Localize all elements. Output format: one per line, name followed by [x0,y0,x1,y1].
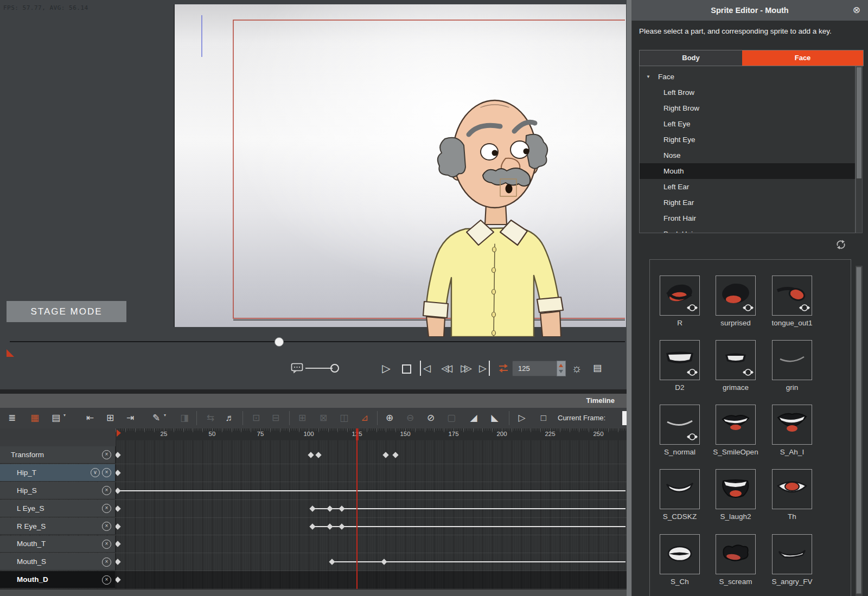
track-remove-icon[interactable]: × [102,504,111,513]
part-item-back-hair[interactable]: Back Hair [640,226,855,233]
panel-header[interactable]: Sprite Editor - Mouth ⊗ [631,0,868,21]
keyframe-diamond[interactable] [381,559,387,565]
play-button[interactable]: ▷ [380,361,393,376]
track-expand-icon[interactable]: ∨ [91,468,100,477]
playback-range-marker[interactable] [7,349,14,357]
parts-scrollbar[interactable] [856,66,863,233]
zoom-out-icon[interactable]: ⊖ [404,408,417,428]
sprite-th[interactable] [772,469,812,509]
part-item-nose[interactable]: Nose [640,148,855,163]
part-item-front-hair[interactable]: Front Hair [640,210,855,226]
edit-keys-dropdown-caret[interactable]: ▾ [164,413,166,418]
track-remove-icon[interactable]: × [102,557,111,567]
add-frames-icon[interactable]: ⊞ [104,408,117,428]
playhead-handle[interactable] [356,428,359,440]
sprite-grin[interactable] [772,340,812,380]
keyframe-diamond[interactable] [309,523,315,529]
keyframe-diamond[interactable] [329,559,335,565]
stage-timeline-scrub-track[interactable] [10,341,625,342]
track-name-cell[interactable]: L Eye_S× [0,500,116,517]
part-item-face[interactable]: ▼Face [640,69,855,85]
sprite-s-ah-i[interactable] [772,405,812,445]
sprite-s-normal[interactable] [660,405,700,445]
track-remove-icon[interactable]: × [102,522,111,531]
timeline-dock-title[interactable]: Timeline [0,394,627,408]
track-list-icon[interactable]: ≣ [5,408,18,428]
zoom-fit-icon[interactable]: ▢ [445,408,458,428]
sprite-grimace[interactable] [716,340,756,380]
playbar-menu-icon[interactable]: ▤ [590,361,604,376]
stop-button[interactable] [402,364,411,374]
track-remove-icon[interactable]: × [102,486,111,495]
track-layer-menu-icon[interactable]: ▤ [49,408,62,428]
keyframe-diamond[interactable] [393,452,399,458]
part-item-right-eye[interactable]: Right Eye [640,132,855,148]
track-remove-icon[interactable]: × [102,575,111,585]
insert-clip-icon[interactable]: ⊞ [296,408,309,428]
close-icon[interactable]: ⊗ [853,0,860,21]
remove-clip-icon[interactable]: ⊠ [317,408,330,428]
caption-slider-knob[interactable] [330,364,339,373]
zoom-in-icon[interactable]: ⊕ [383,408,396,428]
zoom-reset-icon[interactable]: ⊘ [424,408,437,428]
playhead-line[interactable] [356,428,358,589]
keyframe-diamond[interactable] [327,523,333,529]
panel-resize-handle[interactable] [627,0,632,596]
fast-forward-button[interactable]: ▷▷ [457,361,476,376]
frame-number-spinner[interactable] [557,361,566,376]
rewind-button[interactable]: ◁◁ [437,361,456,376]
timeline-tracks-area[interactable]: Transform×Hip_T∨×Hip_S×L Eye_S×R Eye_S×M… [0,440,627,589]
track-name-cell[interactable]: Hip_T∨× [0,464,116,482]
next-sample-icon[interactable]: ◣ [488,408,501,428]
transition-icon[interactable]: ⇆ [204,408,217,428]
key-span-bar[interactable] [312,526,626,527]
caption-bubble-icon[interactable] [291,363,304,374]
track-row-transform[interactable]: Transform× [0,446,627,464]
sprite-s-scream[interactable] [716,534,756,574]
track-name-cell[interactable]: Mouth_D× [0,571,116,588]
stop-icon[interactable]: □ [537,408,550,428]
track-row-l-eye-s[interactable]: L Eye_S× [0,500,627,518]
part-item-left-eye[interactable]: Left Eye [640,116,855,132]
part-item-mouth[interactable]: Mouth [640,163,855,179]
caption-slider-track[interactable] [305,368,333,369]
part-item-left-ear[interactable]: Left Ear [640,179,855,195]
track-layer-menu-dropdown-caret[interactable]: ▾ [63,413,66,418]
prev-sample-icon[interactable]: ◢ [467,408,480,428]
track-name-cell[interactable]: Transform× [0,446,116,464]
sprite-s-cdskz[interactable] [660,469,700,509]
skip-to-end-button[interactable]: ▷ [477,361,490,376]
part-item-right-ear[interactable]: Right Ear [640,195,855,210]
sprite-grid-scrollbar-thumb[interactable] [856,267,861,594]
keyframe-diamond[interactable] [309,505,315,511]
add-clip-icon[interactable]: ⊡ [250,408,263,428]
track-row-mouth-s[interactable]: Mouth_S× [0,553,627,571]
skip-to-start-button[interactable]: ◁ [420,361,432,376]
play-icon[interactable]: ▷ [515,408,528,428]
move-keys-left-icon[interactable]: ⇤ [84,408,97,428]
spinner-up-arrow[interactable] [559,364,563,367]
keyframe-diamond[interactable] [315,452,321,458]
audio-tools-icon[interactable]: ♬ [224,408,237,428]
refresh-icon[interactable] [835,239,846,250]
part-item-left-brow[interactable]: Left Brow [640,85,855,100]
track-name-cell[interactable]: Mouth_T× [0,536,116,553]
track-row-hip-t[interactable]: Hip_T∨× [0,464,627,482]
sprite-s-angry-fv[interactable] [772,534,812,574]
tab-body[interactable]: Body [640,50,742,66]
current-frame-input[interactable] [622,411,627,425]
keyframe-diamond[interactable] [327,505,333,511]
timeline-horizontal-scrollbar[interactable] [0,589,627,596]
curve-editor-icon[interactable]: ⊿ [358,408,371,428]
track-remove-icon[interactable]: × [102,540,111,549]
timeline-ruler[interactable]: 255075100125150175200225250 [0,428,627,441]
sprite-s-laugh2[interactable] [716,469,756,509]
track-row-r-eye-s[interactable]: R Eye_S× [0,518,627,536]
keyframe-diamond[interactable] [383,452,389,458]
split-columns-icon[interactable]: ◫ [337,408,350,428]
track-remove-icon[interactable]: × [102,468,111,477]
spinner-down-arrow[interactable] [559,370,563,373]
sprite-grid-scrollbar[interactable] [856,266,863,596]
key-span-bar[interactable] [332,561,626,562]
stage-timeline-scrub-knob[interactable] [275,337,284,347]
